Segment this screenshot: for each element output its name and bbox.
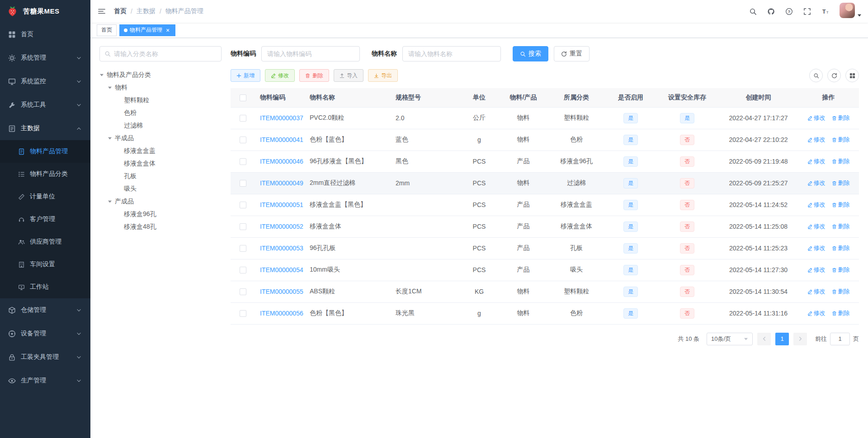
row-edit-button[interactable]: 修改 [807, 266, 826, 274]
tree-node[interactable]: 色粉 [99, 107, 222, 119]
sidebar-item-warehouse-mgmt[interactable]: 仓储管理 [0, 298, 90, 322]
tree-node[interactable]: 产成品 [99, 195, 222, 208]
row-delete-button[interactable]: 删除 [832, 266, 850, 274]
tree-node[interactable]: 吸头 [99, 183, 222, 195]
sidebar-item-system-admin[interactable]: 系统管理 [0, 46, 90, 70]
row-edit-button[interactable]: 修改 [807, 244, 826, 252]
tree-node[interactable]: 半成品 [99, 132, 222, 145]
add-button[interactable]: 新增 [231, 69, 260, 82]
sidebar-item-supplier-mgmt[interactable]: 供应商管理 [0, 231, 90, 253]
prev-page-button[interactable] [757, 333, 771, 345]
navbar-search-button[interactable] [745, 0, 761, 23]
row-delete-button[interactable]: 删除 [832, 179, 850, 187]
row-checkbox[interactable] [240, 288, 246, 295]
row-delete-button[interactable]: 删除 [832, 201, 850, 209]
sidebar-item-workstation[interactable]: 工作站 [0, 276, 90, 298]
row-edit-button[interactable]: 修改 [807, 157, 826, 165]
navbar-fullscreen-button[interactable] [799, 0, 815, 23]
tag-view-item[interactable]: 物料产品管理× [119, 24, 175, 36]
page-number-button[interactable]: 1 [775, 333, 789, 345]
sidebar-item-equipment-mgmt[interactable]: 设备管理 [0, 322, 90, 345]
next-page-button[interactable] [793, 333, 807, 345]
sidebar-item-measure-unit[interactable]: 计量单位 [0, 185, 90, 208]
material-code-link[interactable]: ITEM00000052 [260, 223, 303, 230]
material-code-link[interactable]: ITEM00000049 [260, 179, 303, 187]
reset-button[interactable]: 重置 [554, 46, 590, 61]
navbar-github-button[interactable] [763, 0, 779, 23]
material-code-link[interactable]: ITEM00000055 [260, 288, 303, 295]
row-delete-button[interactable]: 删除 [832, 157, 850, 165]
user-menu[interactable] [840, 3, 862, 20]
material-code-link[interactable]: ITEM00000053 [260, 245, 303, 252]
sidebar-item-master-data[interactable]: 主数据 [0, 117, 90, 140]
row-checkbox[interactable] [240, 137, 246, 143]
row-delete-button[interactable]: 删除 [832, 136, 850, 144]
tree-node[interactable]: 物料 [99, 81, 222, 94]
material-code-link[interactable]: ITEM00000041 [260, 136, 303, 143]
close-icon[interactable]: × [165, 27, 171, 33]
row-checkbox[interactable] [240, 202, 246, 208]
row-checkbox[interactable] [240, 115, 246, 122]
navbar-help-button[interactable]: ? [781, 0, 797, 23]
row-delete-button[interactable]: 删除 [832, 287, 850, 296]
material-code-link[interactable]: ITEM00000056 [260, 310, 303, 317]
goto-page-input[interactable] [830, 333, 850, 345]
tag-view-item[interactable]: 首页 [97, 24, 117, 36]
sidebar-item-home[interactable]: 首页 [0, 23, 90, 46]
row-edit-button[interactable]: 修改 [807, 222, 826, 231]
row-checkbox[interactable] [240, 158, 246, 165]
tree-node[interactable]: 移液盒96孔 [99, 208, 222, 221]
sidebar-item-material-product-mgmt[interactable]: 物料产品管理 [0, 140, 90, 163]
material-code-link[interactable]: ITEM00000054 [260, 266, 303, 273]
select-all-checkbox[interactable] [240, 94, 246, 101]
tree-node[interactable]: 孔板 [99, 170, 222, 183]
sidebar-item-material-product-category[interactable]: 物料产品分类 [0, 163, 90, 185]
row-checkbox[interactable] [240, 180, 246, 187]
category-search-input[interactable] [114, 50, 217, 57]
tree-node[interactable]: 塑料颗粒 [99, 94, 222, 107]
material-code-input[interactable] [261, 46, 360, 61]
tree-node[interactable]: 移液盒48孔 [99, 221, 222, 233]
sidebar-item-system-tools[interactable]: 系统工具 [0, 93, 90, 117]
sidebar-item-workshop-setting[interactable]: 车间设置 [0, 253, 90, 276]
material-name-input[interactable] [402, 46, 501, 61]
navbar-font-size-button[interactable]: TT [817, 0, 833, 23]
row-checkbox[interactable] [240, 267, 246, 273]
toggle-columns-button[interactable] [845, 69, 859, 82]
tree-node[interactable]: 物料及产品分类 [99, 69, 222, 81]
toggle-search-button[interactable] [809, 69, 823, 82]
row-checkbox[interactable] [240, 223, 246, 230]
app-logo[interactable]: 苦糖果MES [0, 0, 90, 23]
material-code-link[interactable]: ITEM00000051 [260, 201, 303, 208]
breadcrumb-item[interactable]: 主数据 [137, 7, 156, 15]
tree-node[interactable]: 过滤棉 [99, 119, 222, 132]
row-delete-button[interactable]: 删除 [832, 244, 850, 252]
row-checkbox[interactable] [240, 310, 246, 317]
row-edit-button[interactable]: 修改 [807, 114, 826, 122]
export-button[interactable]: 导出 [368, 69, 398, 82]
row-edit-button[interactable]: 修改 [807, 136, 826, 144]
row-edit-button[interactable]: 修改 [807, 287, 826, 296]
import-button[interactable]: 导入 [334, 69, 363, 82]
row-edit-button[interactable]: 修改 [807, 179, 826, 187]
row-delete-button[interactable]: 删除 [832, 222, 850, 231]
material-code-link[interactable]: ITEM00000046 [260, 158, 303, 165]
tree-node[interactable]: 移液盒盒盖 [99, 145, 222, 157]
sidebar-item-production-mgmt[interactable]: 生产管理 [0, 369, 90, 392]
refresh-button[interactable] [827, 69, 841, 82]
sidebar-toggle-button[interactable] [90, 0, 113, 23]
row-delete-button[interactable]: 删除 [832, 309, 850, 317]
row-edit-button[interactable]: 修改 [807, 309, 826, 317]
tree-node[interactable]: 移液盒盒体 [99, 157, 222, 170]
breadcrumb-item[interactable]: 首页 [114, 7, 127, 15]
sidebar-item-system-monitor[interactable]: 系统监控 [0, 70, 90, 93]
sidebar-item-customer-mgmt[interactable]: 客户管理 [0, 208, 90, 231]
search-button[interactable]: 搜索 [513, 46, 548, 61]
sidebar-item-fixture-mgmt[interactable]: 工装夹具管理 [0, 345, 90, 369]
row-edit-button[interactable]: 修改 [807, 201, 826, 209]
row-checkbox[interactable] [240, 245, 246, 252]
material-code-link[interactable]: ITEM00000037 [260, 114, 303, 122]
delete-button[interactable]: 删除 [299, 69, 329, 82]
page-size-select[interactable]: 10条/页 [707, 333, 753, 345]
row-delete-button[interactable]: 删除 [832, 114, 850, 122]
